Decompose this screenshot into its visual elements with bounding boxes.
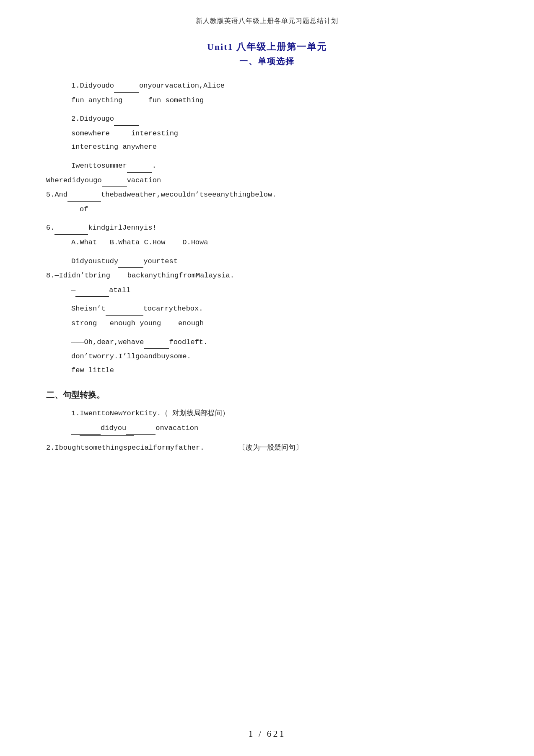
q2-option1: somewhere interesting [71,127,488,140]
q3-text: Iwenttosummer. [71,160,488,173]
header-title: 新人教版英语八年级上册各单元习题总结计划 [196,17,338,24]
section2-title: 二、句型转换。 [46,389,488,401]
question-3-4-5: Iwenttosummer. Wheredidyougovacation 5.A… [46,160,488,216]
page: 新人教版英语八年级上册各单元习题总结计划 Unit1 八年级上册第一单元 一、单… [0,0,534,756]
question-6: 6.kindgirlJennyis! A.What B.Whata C.How … [46,222,488,249]
q5-text: 5.Andthebadweather,wecouldn’tseeanything… [46,189,488,202]
s2-text: 2.Iboughtsomethingspecialformyfather. 〔改… [46,442,488,455]
question-9: Sheisn’ttocarrythebox. strong enough you… [46,303,488,330]
page-footer: 1 / 621 [0,728,534,739]
q10-text: ———Oh,dear,wehavefoodleft. [71,336,488,349]
q9-text: Sheisn’ttocarrythebox. [71,303,488,316]
q1-options: fun anything fun something [71,94,488,107]
q10-option2: few little [71,364,488,377]
q10-option1: don’tworry.I’llgoandbuysome. [71,350,488,363]
section-subtitle: 一、单项选择 [34,56,500,67]
content-area: 1.Didyoudoonyourvacation,Alice fun anyth… [34,80,500,455]
q5-option: of [80,203,488,216]
unit-title: Unit1 八年级上册第一单元 [34,41,500,53]
question-1: 1.Didyoudoonyourvacation,Alice fun anyth… [46,80,488,107]
page-number: 1 / 621 [248,728,285,739]
q2-option2: interesting anywhere [71,141,488,154]
q6-text: 6.kindgirlJennyis! [46,222,488,235]
q8-text: 8.—Ididn’tbring backanythingfromMalaysia… [46,269,488,282]
s1-text: 1.IwenttoNewYorkCity.（ 对划线局部提问） [71,407,488,420]
section2-item-2: 2.Iboughtsomethingspecialformyfather. 〔改… [46,442,488,455]
question-2: 2.Didyougo somewhere interesting interes… [46,113,488,154]
section2-item-1: 1.IwenttoNewYorkCity.（ 对划线局部提问） didyouon… [46,407,488,436]
q6-options: A.What B.Whata C.How D.Howa [71,236,488,249]
question-10: ———Oh,dear,wehavefoodleft. don’tworry.I’… [46,336,488,377]
s1-answer: didyouonvacation [71,422,488,435]
q2-text: 2.Didyougo [71,113,488,126]
question-7-8: Didyoustudyyourtest 8.—Ididn’tbring back… [46,255,488,297]
q8-option: —atall [71,284,488,297]
q7-text: Didyoustudyyourtest [71,255,488,268]
q9-options: strong enough young enough [71,317,488,330]
page-header: 新人教版英语八年级上册各单元习题总结计划 [34,17,500,26]
q4-text: Wheredidyougovacation [46,174,488,187]
q1-text: 1.Didyoudoonyourvacation,Alice [71,80,488,93]
